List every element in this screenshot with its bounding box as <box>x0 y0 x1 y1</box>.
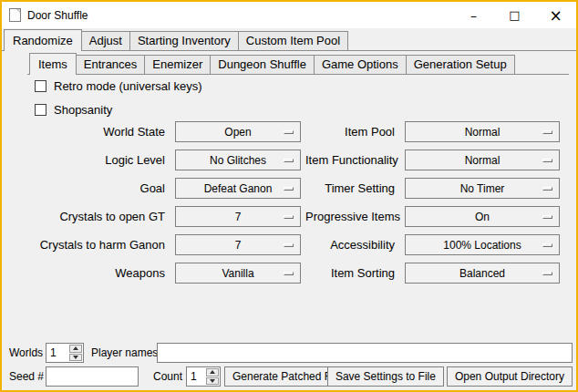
dropdown-weapons-value: Vanilla <box>222 267 253 280</box>
bottom-right-buttons: Save Settings to File Open Output Direct… <box>327 366 573 387</box>
outer-tab-bar: Randomize Adjust Starting Inventory Cust… <box>2 28 576 51</box>
titlebar[interactable]: Door Shuffle – □ × <box>2 2 576 28</box>
label-crystals-open-gt: Crystals to open GT <box>27 206 170 227</box>
tab-generation-setup[interactable]: Generation Setup <box>406 55 515 74</box>
tab-game-options[interactable]: Game Options <box>314 55 407 74</box>
label-logic-level: Logic Level <box>27 150 170 170</box>
worlds-spinbox-value: 1 <box>46 344 68 362</box>
dropdown-crystals-harm-ganon-value: 7 <box>235 239 242 252</box>
worlds-label: Worlds <box>9 343 43 363</box>
dropdown-crystals-harm-ganon[interactable]: 7 <box>175 234 301 255</box>
dropdown-timer-setting[interactable]: No Timer <box>405 178 560 199</box>
label-goal: Goal <box>27 178 170 199</box>
label-item-functionality: Item Functionality <box>305 150 400 170</box>
dropdown-goal-value: Defeat Ganon <box>204 182 273 195</box>
label-item-pool: Item Pool <box>305 121 400 142</box>
spin-up-button[interactable] <box>206 368 219 377</box>
dropdown-item-pool-value: Normal <box>465 126 501 139</box>
dropdown-goal[interactable]: Defeat Ganon <box>175 178 301 199</box>
label-timer-setting: Timer Setting <box>305 178 400 199</box>
label-weapons: Weapons <box>27 263 170 284</box>
arrow-up-icon <box>210 370 215 374</box>
dropdown-weapons[interactable]: Vanilla <box>175 263 301 284</box>
label-world-state: World State <box>27 121 170 142</box>
dropdown-world-state[interactable]: Open <box>175 121 301 142</box>
tab-entrances[interactable]: Entrances <box>76 55 146 74</box>
label-item-sorting: Item Sorting <box>305 263 400 284</box>
options-form: World State Open Item Pool Normal Logic … <box>27 121 560 284</box>
dropdown-item-pool[interactable]: Normal <box>405 121 560 142</box>
dropdown-crystals-open-gt[interactable]: 7 <box>175 206 301 227</box>
count-label: Count <box>153 366 182 387</box>
window-title: Door Shuffle <box>27 9 88 22</box>
dropdown-indicator-icon <box>542 159 552 162</box>
dropdown-indicator-icon <box>542 243 552 247</box>
seed-input[interactable] <box>46 366 139 387</box>
shopsanity-checkbox-box[interactable] <box>35 104 46 116</box>
dropdown-indicator-icon <box>542 215 552 219</box>
dropdown-indicator-icon <box>284 243 294 247</box>
inner-tab-bar: Items Entrances Enemizer Dungeon Shuffle… <box>27 53 569 75</box>
tab-items[interactable]: Items <box>29 53 77 75</box>
dropdown-progressive-items-value: On <box>475 211 490 223</box>
player-names-input[interactable] <box>157 343 573 363</box>
save-settings-button[interactable]: Save Settings to File <box>327 366 444 387</box>
dropdown-indicator-icon <box>542 187 552 191</box>
open-output-directory-button[interactable]: Open Output Directory <box>447 366 573 387</box>
spin-down-button[interactable] <box>206 377 219 386</box>
dropdown-progressive-items[interactable]: On <box>405 206 560 227</box>
dropdown-indicator-icon <box>542 130 552 134</box>
dropdown-crystals-open-gt-value: 7 <box>235 211 242 223</box>
dropdown-world-state-value: Open <box>224 126 251 139</box>
close-button[interactable]: × <box>535 2 576 28</box>
dropdown-indicator-icon <box>284 272 294 275</box>
dropdown-indicator-icon <box>284 187 294 191</box>
dropdown-accessibility-value: 100% Locations <box>443 239 521 252</box>
tab-starting-inventory[interactable]: Starting Inventory <box>129 31 239 50</box>
minimize-button[interactable]: – <box>453 2 494 28</box>
worlds-spinbox[interactable]: 1 <box>46 343 84 363</box>
spin-up-button[interactable] <box>69 345 82 353</box>
arrow-down-icon <box>73 356 78 359</box>
door-shuffle-window: Door Shuffle – □ × Randomize Adjust Star… <box>0 0 578 392</box>
dropdown-item-sorting[interactable]: Balanced <box>405 263 560 284</box>
arrow-down-icon <box>210 379 215 383</box>
shopsanity-label[interactable]: Shopsanity <box>54 103 112 117</box>
dropdown-logic-level[interactable]: No Glitches <box>175 150 301 170</box>
dropdown-indicator-icon <box>284 215 294 219</box>
tab-enemizer[interactable]: Enemizer <box>144 55 211 74</box>
count-spinbox[interactable]: 1 <box>186 366 221 387</box>
dropdown-item-functionality[interactable]: Normal <box>405 150 560 170</box>
player-names-label: Player names <box>91 343 158 363</box>
tab-randomize[interactable]: Randomize <box>4 29 82 51</box>
spin-down-button[interactable] <box>69 354 82 362</box>
dropdown-accessibility[interactable]: 100% Locations <box>405 234 560 255</box>
dropdown-timer-setting-value: No Timer <box>460 182 505 195</box>
dropdown-indicator-icon <box>284 130 294 134</box>
arrow-up-icon <box>73 346 78 350</box>
dropdown-logic-level-value: No Glitches <box>210 154 266 167</box>
label-progressive-items: Progressive Items <box>305 206 400 227</box>
retro-mode-label[interactable]: Retro mode (universal keys) <box>54 79 202 93</box>
dropdown-item-sorting-value: Balanced <box>459 267 505 280</box>
tab-dungeon-shuffle[interactable]: Dungeon Shuffle <box>210 55 315 74</box>
app-icon[interactable] <box>9 8 21 22</box>
dropdown-indicator-icon <box>284 159 294 162</box>
seed-label: Seed # <box>9 366 44 387</box>
count-spin-arrows <box>206 368 219 385</box>
label-accessibility: Accessibility <box>305 234 400 255</box>
maximize-button[interactable]: □ <box>494 2 535 28</box>
checkbox-retro-mode[interactable]: Retro mode (universal keys) <box>35 78 202 93</box>
label-crystals-harm-ganon: Crystals to harm Ganon <box>27 234 170 255</box>
retro-mode-checkbox-box[interactable] <box>35 80 46 92</box>
window-controls: – □ × <box>453 2 576 28</box>
tab-adjust[interactable]: Adjust <box>81 31 130 50</box>
count-spinbox-value: 1 <box>187 367 205 386</box>
dropdown-item-functionality-value: Normal <box>465 154 501 167</box>
tab-custom-item-pool[interactable]: Custom Item Pool <box>238 31 348 50</box>
checkbox-shopsanity[interactable]: Shopsanity <box>35 102 112 117</box>
worlds-spin-arrows <box>69 345 82 361</box>
dropdown-indicator-icon <box>542 272 552 275</box>
